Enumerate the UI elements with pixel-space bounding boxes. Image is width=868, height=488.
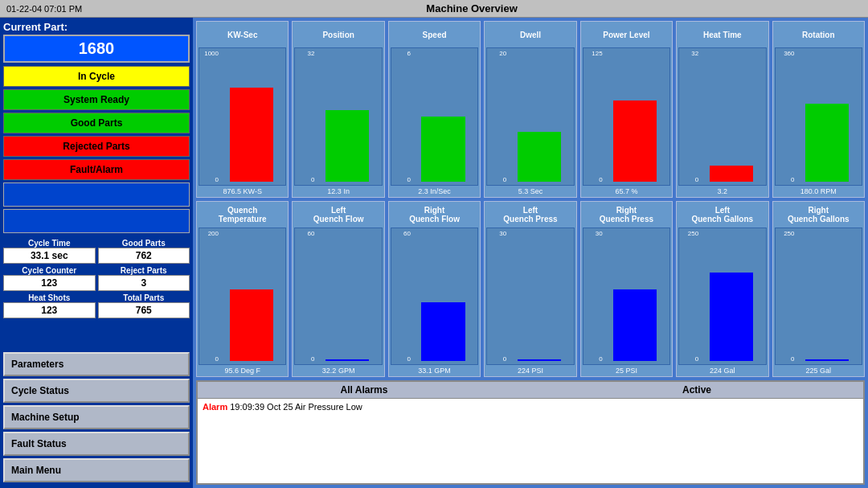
total-parts-stat: Total Parts 765 [98,293,190,318]
gauge-speed-title: Speed [423,23,447,46]
gauge-heat-time-value: 3.2 [718,187,728,195]
gauge-right-quench-flow-title: RightQuench Flow [409,203,460,226]
machine-setup-button[interactable]: Machine Setup [3,405,190,429]
cycle-counter-value: 123 [3,275,96,291]
gauge-power-level-body: 125 0 [583,47,670,186]
cycle-time-label: Cycle Time [28,239,71,248]
gauge-left-quench-press-body: 30 0 [486,228,574,366]
left-quench-flow-bar [326,359,369,361]
gauge-power-level-title: Power Level [603,23,649,46]
good-parts-label: Good Parts [122,239,166,248]
gauge-dwell-body: 20 0 [486,47,574,186]
gauge-right-quench-press: RightQuench Press 30 0 25 PSI [580,201,673,378]
gauge-right-quench-flow-body: 60 0 [391,228,478,366]
gauge-position-body: 32 0 [294,47,382,186]
right-quench-flow-bar [421,302,465,361]
gauge-kw-sec-title: KW-Sec [227,23,258,46]
gauge-position-value: 12.3 In [327,187,350,195]
alarm-label: Alarm [203,402,227,412]
gauge-position: Position 32 0 12.3 In [292,21,384,198]
gauge-right-quench-press-value: 25 PSI [616,367,637,375]
cycle-time-stat: Cycle Time 33.1 sec [3,239,96,264]
gauge-rotation-body: 360 0 [775,47,862,186]
gauge-dwell: Dwell 20 0 5.3 Sec [484,21,576,198]
alarm-entry: Alarm 19:09:39 Oct 25 Air Pressure Low [203,402,858,412]
alarms-active-label: Active [530,382,863,398]
gauge-left-quench-gallons-value: 224 Gal [710,367,735,375]
reject-parts-value: 3 [98,275,190,291]
gauge-left-quench-flow-value: 32.2 GPM [322,367,355,375]
in-cycle-button[interactable]: In Cycle [3,66,190,87]
right-panel: KW-Sec 1000 0 876.5 KW-S Position 32 [193,18,868,488]
gauge-rotation-title: Rotation [802,23,835,46]
gauge-row-2: QuenchTemperature 200 0 95.6 Deg F LeftQ… [196,201,865,378]
gauge-speed: Speed 6 0 2.3 In/Sec [388,21,481,198]
gauge-kw-sec-value: 876.5 KW-S [223,187,262,195]
left-panel: Current Part: 1680 In Cycle System Ready… [0,18,193,488]
datetime-label: 01-22-04 07:01 PM [6,4,82,14]
gauge-left-quench-press-title: LeftQuench Press [503,203,557,226]
heat-shots-stat: Heat Shots 123 [3,293,96,318]
cycle-counter-stat: Cycle Counter 123 [3,266,96,291]
dwell-bar [518,132,561,181]
main-menu-button[interactable]: Main Menu [3,458,190,482]
gauge-right-quench-flow: RightQuench Flow 60 0 33.1 GPM [388,201,481,378]
gauge-power-level: Power Level 125 0 65.7 % [580,21,673,198]
alarms-section: All Alarms Active Alarm 19:09:39 Oct 25 … [196,380,865,485]
gauge-right-quench-press-body: 30 0 [583,228,670,366]
gauge-power-level-value: 65.7 % [615,187,637,195]
gauge-position-title: Position [322,23,354,46]
gauge-left-quench-press-value: 224 PSI [518,367,543,375]
main-layout: Current Part: 1680 In Cycle System Ready… [0,18,868,488]
gauge-kw-sec: KW-Sec 1000 0 876.5 KW-S [196,21,289,198]
gauge-left-quench-press: LeftQuench Press 30 0 224 PSI [484,201,576,378]
gauge-left-quench-gallons-body: 250 0 [678,228,766,366]
rotation-bar [805,104,849,182]
right-quench-press-bar [613,289,657,361]
power-level-bar [613,100,657,181]
gauge-right-quench-gallons: RightQuench Gallons 250 0 225 Gal [772,201,865,378]
heat-shots-value: 123 [3,302,96,318]
total-parts-value: 765 [98,302,190,318]
gauge-right-quench-flow-value: 33.1 GPM [418,367,451,375]
blue-spacer-2 [3,209,190,233]
gauge-quench-temp-value: 95.6 Deg F [224,367,260,375]
fault-status-button[interactable]: Fault Status [3,432,190,456]
left-quench-press-bar [518,359,561,361]
current-part-label: Current Part: [3,21,190,33]
rejected-parts-button[interactable]: Rejected Parts [3,136,190,157]
blue-spacer-1 [3,182,190,207]
reject-parts-stat: Reject Parts 3 [98,266,190,291]
cycle-counter-label: Cycle Counter [22,266,76,275]
fault-alarm-button[interactable]: Fault/Alarm [3,159,190,180]
good-parts-value: 762 [98,248,190,264]
gauge-left-quench-flow: LeftQuench Flow 60 0 32.2 GPM [292,201,384,378]
total-parts-label: Total Parts [123,293,164,302]
good-parts-stat: Good Parts 762 [98,239,190,264]
gauge-speed-body: 6 0 [391,47,478,186]
gauge-left-quench-flow-title: LeftQuench Flow [313,203,364,226]
left-quench-gallons-bar [710,273,753,361]
quench-temp-bar [230,289,273,361]
heat-shots-label: Heat Shots [28,293,70,302]
gauge-left-quench-flow-body: 60 0 [294,228,382,366]
nav-buttons: Parameters Cycle Status Machine Setup Fa… [3,347,190,485]
gauge-left-quench-gallons-title: LeftQuench Gallons [691,203,753,226]
cycle-status-button[interactable]: Cycle Status [3,379,190,403]
alarms-header: All Alarms Active [198,382,863,399]
gauge-heat-time-title: Heat Time [703,23,742,46]
cycle-time-value: 33.1 sec [3,248,96,264]
page-title: Machine Overview [82,2,862,14]
reject-parts-label: Reject Parts [121,266,167,275]
heat-time-bar [710,166,753,181]
alarms-body: Alarm 19:09:39 Oct 25 Air Pressure Low [198,399,863,483]
gauge-heat-time: Heat Time 32 0 3.2 [676,21,768,198]
parameters-button[interactable]: Parameters [3,352,190,376]
good-parts-button[interactable]: Good Parts [3,113,190,133]
system-ready-button[interactable]: System Ready [3,89,190,110]
gauge-heat-time-body: 32 0 [678,47,766,186]
right-quench-gallons-bar [805,359,849,361]
position-bar [326,110,369,182]
gauge-right-quench-gallons-title: RightQuench Gallons [788,203,850,226]
gauges-area: KW-Sec 1000 0 876.5 KW-S Position 32 [196,21,865,377]
